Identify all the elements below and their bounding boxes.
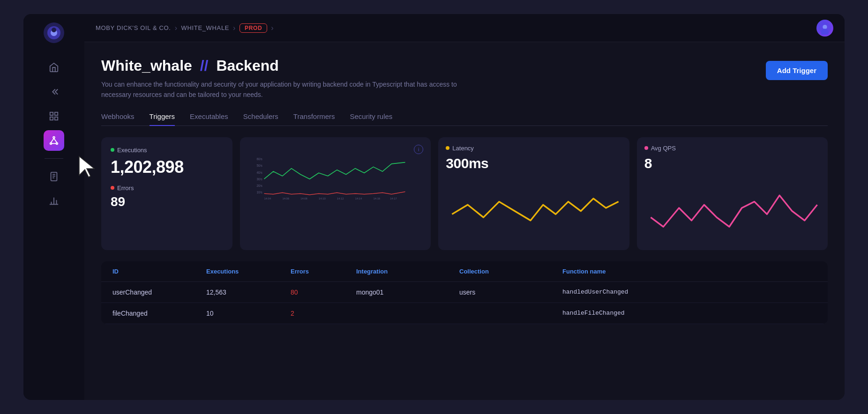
table-row[interactable]: userChanged 12,563 80 mongo01 users hand…: [101, 282, 828, 303]
row1-integration: mongo01: [356, 288, 459, 296]
table-container: ID Executions Errors Integration Collect…: [101, 261, 828, 324]
qps-label: Avg QPS: [644, 145, 820, 152]
info-icon[interactable]: i: [414, 145, 423, 154]
table-header: ID Executions Errors Integration Collect…: [101, 261, 828, 282]
executions-dot: [111, 148, 114, 152]
table-row[interactable]: fileChanged 10 2 handleFileChanged: [101, 303, 828, 324]
sidebar: [23, 14, 84, 400]
row2-collection: [459, 310, 562, 317]
col-integration: Integration: [356, 268, 459, 275]
svg-line-12: [54, 138, 57, 142]
row1-id: userChanged: [112, 288, 206, 296]
breadcrumb-env[interactable]: prod: [239, 23, 267, 33]
breadcrumb-project: WHITE_WHALE: [181, 24, 230, 31]
executions-label: Executions: [111, 147, 223, 154]
sidebar-divider: [45, 158, 63, 159]
qps-card: Avg QPS 8: [637, 137, 828, 250]
svg-rect-4: [50, 112, 53, 115]
avatar[interactable]: [816, 20, 833, 37]
latency-dot: [446, 146, 449, 150]
title-part1: White_whale: [101, 57, 192, 74]
svg-line-11: [51, 138, 54, 142]
col-id: ID: [112, 268, 206, 275]
latency-chart: [446, 175, 621, 241]
breadcrumb: MOBY DICK'S OIL & CO. › WHITE_WHALE › pr…: [96, 23, 274, 33]
title-part2: Backend: [216, 57, 278, 74]
svg-text:10/s: 10/s: [256, 191, 262, 194]
latency-value: 300ms: [446, 155, 621, 171]
page-title-block: White_whale // Backend You can enhance t…: [101, 57, 486, 100]
svg-point-3: [52, 28, 56, 32]
breadcrumb-sep-2: ›: [233, 24, 236, 32]
svg-text:20/s: 20/s: [256, 184, 262, 187]
errors-value: 89: [111, 194, 223, 209]
svg-text:14:04: 14:04: [264, 197, 271, 200]
svg-text:50/s: 50/s: [256, 164, 262, 167]
sidebar-item-back[interactable]: [44, 81, 64, 102]
latency-label: Latency: [446, 145, 621, 152]
page-title: White_whale // Backend: [101, 57, 486, 74]
sidebar-item-clipboard[interactable]: [44, 166, 64, 187]
page-body: White_whale // Backend You can enhance t…: [84, 42, 845, 400]
row2-executions: 10: [206, 310, 291, 317]
title-sep: //: [200, 57, 209, 74]
tab-executables[interactable]: Executables: [190, 108, 228, 126]
tab-security-rules[interactable]: Security rules: [350, 108, 392, 126]
svg-text:14:14: 14:14: [355, 197, 362, 200]
row1-collection: users: [459, 288, 562, 296]
sidebar-item-grid[interactable]: [44, 106, 64, 126]
row1-errors: 80: [291, 288, 356, 296]
page-subtitle: You can enhance the functionality and se…: [101, 79, 486, 100]
col-errors: Errors: [291, 268, 356, 275]
tab-webhooks[interactable]: Webhooks: [101, 108, 135, 126]
app-logo[interactable]: [43, 22, 65, 44]
col-function-name: Function name: [562, 268, 816, 275]
page-header: White_whale // Backend You can enhance t…: [101, 57, 828, 100]
svg-text:14:17: 14:17: [390, 197, 397, 200]
sidebar-item-analytics[interactable]: [44, 191, 64, 211]
breadcrumb-sep-3: ›: [271, 24, 274, 32]
row2-function: handleFileChanged: [562, 310, 816, 317]
tab-transformers[interactable]: Transformers: [293, 108, 335, 126]
row2-integration: [356, 310, 459, 317]
svg-text:14:12: 14:12: [337, 197, 344, 200]
svg-rect-7: [55, 117, 58, 120]
svg-text:14:06: 14:06: [282, 197, 289, 200]
main-chart: 60/s 50/s 40/s 30/s 20/s 10/s 14:04 14:0…: [247, 145, 423, 210]
row2-id: fileChanged: [112, 310, 206, 317]
svg-point-8: [53, 137, 55, 139]
row1-function: handledUserChanged: [562, 288, 816, 296]
svg-text:14:10: 14:10: [319, 197, 326, 200]
sidebar-item-home[interactable]: [44, 57, 64, 78]
metrics-row: Executions 1,202,898 Errors 89 i 60/s: [101, 137, 828, 250]
breadcrumb-company: MOBY DICK'S OIL & CO.: [96, 24, 171, 31]
breadcrumb-sep-1: ›: [175, 24, 178, 32]
main-content: MOBY DICK'S OIL & CO. › WHITE_WHALE › pr…: [84, 14, 845, 400]
svg-text:14:16: 14:16: [374, 197, 381, 200]
svg-text:60/s: 60/s: [256, 157, 262, 161]
svg-point-23: [823, 25, 827, 29]
tabs: Webhooks Triggers Executables Schedulers…: [101, 108, 828, 126]
errors-dot: [111, 186, 114, 190]
svg-rect-5: [55, 112, 58, 115]
tab-schedulers[interactable]: Schedulers: [243, 108, 278, 126]
svg-rect-6: [50, 117, 53, 120]
main-chart-card: i 60/s 50/s 40/s 30/s 20/s 10/s 14:04 14…: [240, 137, 431, 250]
svg-text:30/s: 30/s: [256, 177, 262, 181]
row1-executions: 12,563: [206, 288, 291, 296]
executions-card: Executions 1,202,898 Errors 89: [101, 137, 232, 250]
errors-label: Errors: [111, 185, 223, 192]
latency-card: Latency 300ms: [438, 137, 629, 250]
executions-value: 1,202,898: [111, 157, 223, 177]
svg-text:40/s: 40/s: [256, 170, 262, 174]
row2-errors: 2: [291, 310, 356, 317]
qps-value: 8: [644, 155, 820, 171]
sidebar-item-network[interactable]: [44, 130, 64, 151]
col-collection: Collection: [459, 268, 562, 275]
qps-dot: [644, 146, 648, 150]
col-executions: Executions: [206, 268, 291, 275]
tab-triggers[interactable]: Triggers: [150, 108, 175, 126]
qps-chart: [644, 175, 820, 241]
add-trigger-button[interactable]: Add Trigger: [766, 61, 828, 80]
svg-text:14:08: 14:08: [300, 197, 307, 200]
